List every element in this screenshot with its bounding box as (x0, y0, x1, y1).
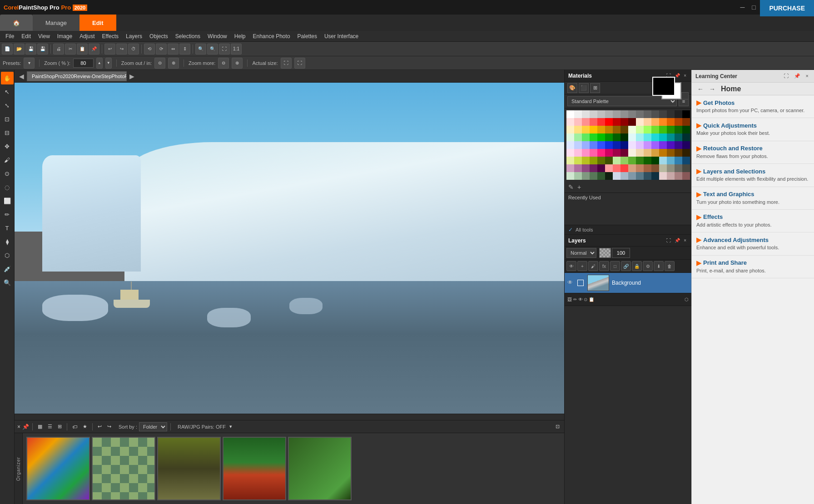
zoom-in-btn-small[interactable]: ⊕ (168, 58, 179, 69)
color-cell[interactable] (566, 149, 574, 157)
layers-close-btn[interactable]: × (682, 237, 688, 243)
org-list-btn[interactable]: ☰ (46, 424, 54, 430)
color-cell[interactable] (613, 118, 620, 126)
color-cell[interactable] (613, 126, 620, 133)
color-cell[interactable] (644, 164, 651, 172)
layer-mask-btn[interactable]: □ (610, 261, 620, 271)
color-cell[interactable] (644, 149, 651, 157)
color-cell[interactable] (682, 133, 690, 141)
layer-expand-icon[interactable]: ⬡ (685, 297, 689, 302)
zoom-in-btn[interactable]: 🔍 (195, 44, 206, 54)
tool-erase[interactable]: ⬜ (1, 194, 14, 207)
color-cell[interactable] (590, 141, 597, 149)
color-cell[interactable] (574, 164, 582, 172)
menu-enhance-photo[interactable]: Enhance Photo (249, 31, 293, 42)
canvas-scrollbar[interactable] (15, 414, 564, 420)
color-cell[interactable] (597, 172, 605, 180)
color-cell[interactable] (597, 110, 605, 118)
color-cell[interactable] (574, 133, 582, 141)
color-cell[interactable] (582, 133, 590, 141)
color-cell[interactable] (613, 157, 620, 164)
color-cell[interactable] (675, 133, 682, 141)
color-cell[interactable] (636, 164, 644, 172)
color-cell[interactable] (651, 172, 659, 180)
learn-section-effects[interactable]: ▶ Effects Add artistic effects to your p… (692, 210, 814, 232)
color-cell[interactable] (636, 126, 644, 133)
color-blue[interactable] (605, 141, 613, 149)
tab-manage[interactable]: Manage (33, 15, 79, 31)
color-cell[interactable] (582, 172, 590, 180)
color-cell[interactable] (659, 149, 667, 157)
color-cell[interactable] (682, 118, 690, 126)
color-cell[interactable] (574, 149, 582, 157)
menu-ui[interactable]: User Interface (321, 31, 362, 42)
tool-fill[interactable]: ⧫ (1, 235, 14, 248)
color-cell[interactable] (651, 110, 659, 118)
fit-window-btn[interactable]: ⛶ (294, 58, 305, 69)
color-cell[interactable] (590, 118, 597, 126)
opacity-input[interactable] (612, 248, 630, 258)
blend-mode-dropdown[interactable]: Normal (566, 248, 596, 258)
color-cell[interactable] (651, 149, 659, 157)
color-cell[interactable] (582, 157, 590, 164)
color-cell[interactable] (636, 157, 644, 164)
mat-pencil-btn[interactable]: ✎ (567, 183, 575, 192)
color-magenta[interactable] (605, 149, 613, 157)
learning-expand-btn[interactable]: ⛶ (782, 73, 790, 79)
fit-btn[interactable]: ⛶ (219, 44, 230, 54)
tool-retouch[interactable]: ◌ (1, 181, 14, 193)
learn-section-advanced[interactable]: ▶ Advanced Adjustments Enhance and edit … (692, 232, 814, 255)
color-red[interactable] (605, 118, 613, 126)
purchase-btn[interactable]: PURCHASE (760, 0, 814, 16)
color-cell[interactable] (590, 149, 597, 157)
layer-paint-btn[interactable]: 🖌 (588, 261, 598, 271)
layer-eye-btn[interactable]: 👁 (566, 261, 576, 271)
color-cell[interactable] (605, 110, 613, 118)
color-cell[interactable] (582, 110, 590, 118)
thumbnail-2[interactable] (92, 437, 155, 500)
color-cell[interactable] (659, 118, 667, 126)
color-cell[interactable] (636, 141, 644, 149)
org-details-btn[interactable]: ⊞ (56, 424, 64, 430)
color-cell[interactable] (675, 118, 682, 126)
learn-section-retouch[interactable]: ▶ Retouch and Restore Remove flaws from … (692, 141, 814, 164)
color-cell[interactable] (613, 149, 620, 157)
color-cyan[interactable] (659, 133, 667, 141)
color-cell[interactable] (620, 157, 628, 164)
tab-next-btn[interactable]: ▶ (127, 73, 137, 80)
color-cell[interactable] (582, 126, 590, 133)
mat-gradient-btn[interactable]: ⬛ (579, 83, 589, 93)
color-cell[interactable] (566, 164, 574, 172)
zoom-spinup[interactable]: ▲ (96, 58, 103, 69)
color-cell[interactable] (628, 110, 636, 118)
color-cell[interactable] (659, 157, 667, 164)
org-rate-btn[interactable]: ★ (81, 424, 89, 430)
color-cell[interactable] (574, 126, 582, 133)
color-cell[interactable] (613, 141, 620, 149)
color-cell[interactable] (644, 133, 651, 141)
color-cell[interactable] (566, 133, 574, 141)
mat-color-btn[interactable]: 🎨 (567, 83, 577, 93)
maximize-btn[interactable]: □ (749, 3, 758, 12)
color-cell[interactable] (566, 141, 574, 149)
color-cell[interactable] (620, 110, 628, 118)
save-as-btn[interactable]: 💾 (37, 44, 48, 54)
color-cell[interactable] (574, 157, 582, 164)
mirror-btn[interactable]: ⇔ (168, 44, 179, 54)
learning-forward-btn[interactable]: → (707, 85, 717, 93)
color-cell[interactable] (667, 141, 675, 149)
color-cell[interactable] (620, 141, 628, 149)
color-cell[interactable] (628, 172, 636, 180)
color-cell[interactable] (682, 157, 690, 164)
menu-edit[interactable]: Edit (18, 31, 35, 42)
layer-settings-btn[interactable]: ⚙ (643, 261, 653, 271)
learning-back-btn[interactable]: ← (695, 85, 705, 93)
color-cell[interactable] (566, 172, 574, 180)
minimize-btn[interactable]: ─ (737, 3, 747, 12)
color-cell[interactable] (675, 126, 682, 133)
color-cell[interactable] (682, 164, 690, 172)
color-cell[interactable] (597, 141, 605, 149)
tool-straighten[interactable]: ⊟ (1, 126, 14, 139)
cut-btn[interactable]: ✂ (65, 44, 76, 54)
color-cell[interactable] (574, 172, 582, 180)
